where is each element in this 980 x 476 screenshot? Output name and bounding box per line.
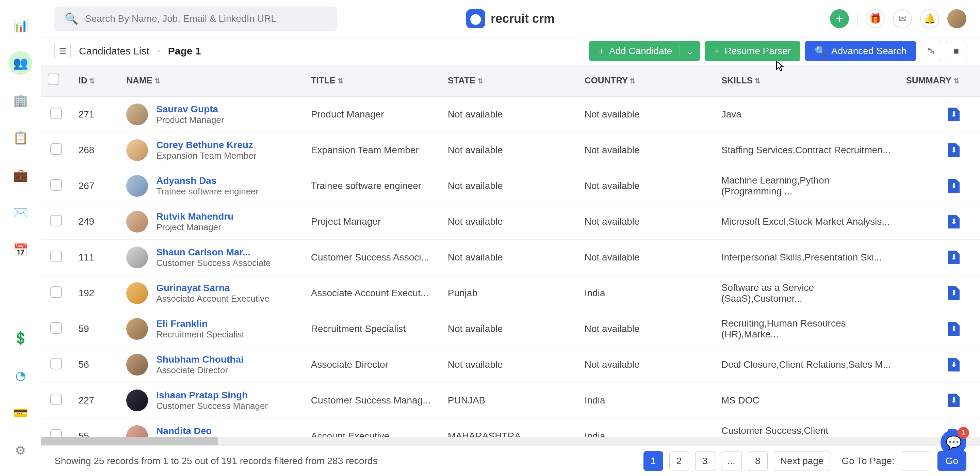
candidate-name-link[interactable]: Ishaan Pratap Singh xyxy=(156,390,268,401)
footer-bar: Showing 25 records from 1 to 25 out of 1… xyxy=(41,446,980,476)
page-number-button[interactable]: 3 xyxy=(695,451,715,471)
table-row: 111Shaun Carlson Mar...Customer Success … xyxy=(41,240,980,275)
page-number-button[interactable]: 8 xyxy=(748,451,768,471)
row-checkbox[interactable] xyxy=(50,143,62,155)
goto-page-input[interactable] xyxy=(901,451,931,471)
sidebar-item[interactable]: 📅 xyxy=(8,238,32,262)
sidebar-item[interactable]: ⚙ xyxy=(8,439,32,462)
download-file-icon[interactable]: ⬇ xyxy=(948,251,959,264)
select-all-checkbox[interactable] xyxy=(48,73,59,85)
left-sidebar: 📊👥🏢📋💼✉️📅 💲◔💳⚙ xyxy=(0,0,41,476)
row-checkbox[interactable] xyxy=(50,179,62,191)
col-state-header[interactable]: STATE⇅ xyxy=(448,75,483,85)
candidate-name-link[interactable]: Rutvik Mahendru xyxy=(156,211,234,222)
row-checkbox[interactable] xyxy=(50,215,62,227)
page-title: Candidates List xyxy=(79,45,150,57)
global-search[interactable]: 🔍 xyxy=(54,6,337,31)
candidate-name-link[interactable]: Eli Franklin xyxy=(156,318,244,329)
candidate-subtitle: Trainee software engineer xyxy=(156,186,259,197)
row-checkbox[interactable] xyxy=(50,251,62,262)
candidate-name-link[interactable]: Corey Bethune Kreuz xyxy=(156,140,256,150)
download-file-icon[interactable]: ⬇ xyxy=(948,394,959,407)
plus-icon: + xyxy=(598,46,604,56)
row-checkbox[interactable] xyxy=(50,358,62,369)
download-file-icon[interactable]: ⬇ xyxy=(948,179,959,193)
download-file-icon[interactable]: ⬇ xyxy=(948,358,959,372)
cell-skills: Machine Learning,Python (Programming ... xyxy=(714,168,899,204)
sidebar-item[interactable]: 💳 xyxy=(8,401,32,425)
resume-parser-button[interactable]: + Resume Parser xyxy=(705,41,800,61)
nav-icon: 🏢 xyxy=(14,94,27,107)
advanced-search-button[interactable]: 🔍 Advanced Search xyxy=(805,41,916,61)
col-summary-header[interactable]: SUMMARY⇅ xyxy=(906,75,959,85)
page-number-button[interactable]: 1 xyxy=(643,451,663,471)
col-name-header[interactable]: NAME⇅ xyxy=(126,75,160,85)
sidebar-item[interactable]: 📋 xyxy=(8,126,32,150)
sidebar-item[interactable]: ◔ xyxy=(8,364,32,388)
col-country-header[interactable]: COUNTRY⇅ xyxy=(585,75,636,85)
page-number-button[interactable]: 2 xyxy=(669,451,689,471)
sidebar-item[interactable]: 💲 xyxy=(8,326,32,350)
chevron-down-icon[interactable]: ⌄ xyxy=(679,46,694,57)
candidate-name-link[interactable]: Shubham Chouthai xyxy=(156,354,243,365)
bell-icon[interactable]: 🔔 xyxy=(920,9,939,28)
sidebar-item[interactable]: 📊 xyxy=(8,14,32,37)
edit-button[interactable]: ✎ xyxy=(921,41,941,61)
add-candidate-button[interactable]: + Add Candidate ⌄ xyxy=(589,41,700,61)
candidate-name-link[interactable]: Nandita Deo xyxy=(156,426,229,436)
candidate-name-link[interactable]: Adyansh Das xyxy=(156,175,259,186)
table-row: 268Corey Bethune KreuzExpansion Team Mem… xyxy=(41,133,980,168)
sidebar-item[interactable]: ✉️ xyxy=(8,201,32,225)
scrollbar-thumb[interactable] xyxy=(41,437,218,446)
download-file-icon[interactable]: ⬇ xyxy=(948,143,959,157)
header-add-button[interactable]: + xyxy=(830,9,849,28)
sort-icon: ⇅ xyxy=(154,77,160,85)
search-input[interactable] xyxy=(85,13,327,24)
next-page-button[interactable]: Next page xyxy=(774,451,830,471)
cell-id: 192 xyxy=(72,275,119,311)
download-file-icon[interactable]: ⬇ xyxy=(948,108,959,121)
cell-id: 227 xyxy=(72,383,119,418)
table-row: 267Adyansh DasTrainee software engineerT… xyxy=(41,168,980,204)
row-checkbox[interactable] xyxy=(50,108,62,119)
sidebar-item[interactable]: 👥 xyxy=(8,51,32,75)
nav-icon: 📋 xyxy=(14,131,27,145)
page-indicator: Page 1 xyxy=(168,45,201,57)
candidate-name-link[interactable]: Saurav Gupta xyxy=(156,104,224,115)
cell-state: Not available xyxy=(441,311,578,347)
sidebar-item[interactable]: 💼 xyxy=(8,163,32,187)
download-file-icon[interactable]: ⬇ xyxy=(948,215,959,228)
avatar xyxy=(126,354,148,375)
row-checkbox[interactable] xyxy=(50,286,62,298)
row-checkbox[interactable] xyxy=(50,322,62,334)
cell-title: Customer Success Associ... xyxy=(304,240,441,275)
gift-icon[interactable]: 🎁 xyxy=(865,9,885,28)
col-id-header[interactable]: ID⇅ xyxy=(78,75,95,85)
table-row: 227Ishaan Pratap SinghCustomer Success M… xyxy=(41,383,980,418)
cell-title: Product Manager xyxy=(304,97,441,133)
col-skills-header[interactable]: SKILLS⇅ xyxy=(721,75,760,85)
separator-dot: • xyxy=(158,47,160,55)
download-file-icon[interactable]: ⬇ xyxy=(948,286,959,300)
col-title-header[interactable]: TITLE⇅ xyxy=(311,75,343,85)
sort-icon: ⇅ xyxy=(477,77,483,85)
horizontal-scrollbar[interactable] xyxy=(41,437,980,446)
row-checkbox[interactable] xyxy=(50,394,62,405)
candidate-name-link[interactable]: Gurinayat Sarna xyxy=(156,283,269,294)
user-avatar[interactable] xyxy=(947,9,966,28)
video-button[interactable]: ■ xyxy=(946,41,966,61)
cell-state: Punjab xyxy=(441,275,578,311)
cell-title: Recruitment Specialist xyxy=(304,311,441,347)
mail-icon[interactable]: ✉ xyxy=(893,9,912,28)
nav-icon: 💳 xyxy=(14,406,27,420)
download-file-icon[interactable]: ⬇ xyxy=(948,322,959,336)
chat-bubble[interactable]: 💬 1 xyxy=(940,430,966,455)
candidate-subtitle: Associate Director xyxy=(156,365,243,375)
table-row: 192Gurinayat SarnaAssociate Account Exec… xyxy=(41,275,980,311)
list-view-icon[interactable]: ☰ xyxy=(54,43,71,59)
sidebar-item[interactable]: 🏢 xyxy=(8,88,32,112)
cell-skills: MS DOC xyxy=(714,383,899,418)
candidate-name-link[interactable]: Shaun Carlson Mar... xyxy=(156,247,271,258)
avatar xyxy=(126,104,148,125)
cell-skills: Staffing Services,Contract Recruitmen... xyxy=(714,133,899,168)
